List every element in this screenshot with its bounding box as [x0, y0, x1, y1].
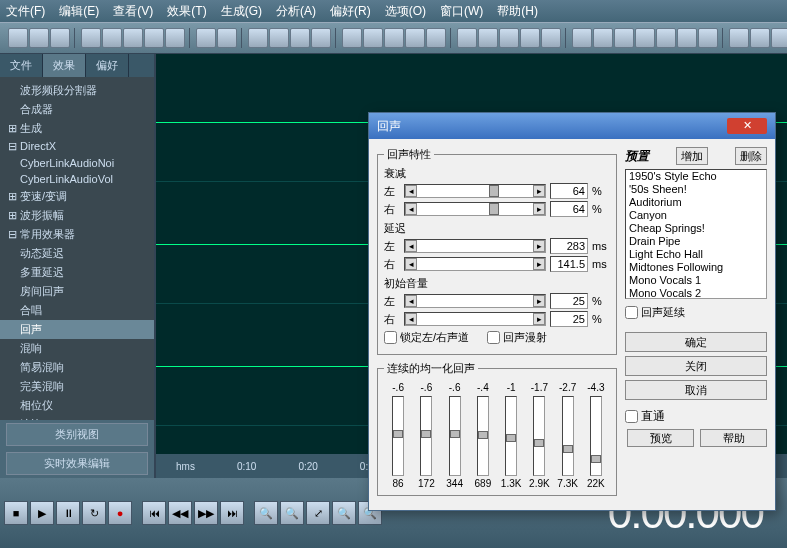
record-button[interactable]: ● — [108, 501, 132, 525]
toolbar-btn[interactable] — [8, 28, 28, 48]
menu-item[interactable]: 查看(V) — [113, 3, 153, 20]
tree-item[interactable]: 合唱 — [0, 301, 154, 320]
delay-left-slider[interactable]: ◂▸ — [404, 239, 546, 253]
preset-item[interactable]: Auditorium — [626, 196, 766, 209]
preset-item[interactable]: Midtones Following — [626, 261, 766, 274]
tree-item[interactable]: 回声 — [0, 320, 154, 339]
pause-button[interactable]: ⏸ — [56, 501, 80, 525]
diffuse-checkbox[interactable]: 回声漫射 — [487, 330, 547, 345]
loop-button[interactable]: ↻ — [82, 501, 106, 525]
delay-right-slider[interactable]: ◂▸ — [404, 257, 546, 271]
tree-item[interactable]: 合成器 — [0, 100, 154, 119]
zoom-fit-button[interactable]: ⤢ — [306, 501, 330, 525]
toolbar-btn[interactable] — [729, 28, 749, 48]
delete-preset-button[interactable]: 删除 — [735, 147, 767, 165]
add-preset-button[interactable]: 增加 — [676, 147, 708, 165]
atten-right-value[interactable]: 64 — [550, 201, 588, 217]
eq-slider[interactable] — [477, 396, 489, 476]
zoom-out-button[interactable]: 🔍 — [280, 501, 304, 525]
skip-end-button[interactable]: ⏭ — [220, 501, 244, 525]
toolbar-btn[interactable] — [102, 28, 122, 48]
menu-item[interactable]: 帮助(H) — [497, 3, 538, 20]
toolbar-btn[interactable] — [572, 28, 592, 48]
toolbar-btn[interactable] — [457, 28, 477, 48]
toolbar-btn[interactable] — [656, 28, 676, 48]
passthrough-checkbox[interactable]: 直通 — [625, 408, 665, 425]
eq-slider[interactable] — [505, 396, 517, 476]
toolbar-btn[interactable] — [384, 28, 404, 48]
tree-item[interactable]: 动态延迟 — [0, 244, 154, 263]
forward-button[interactable]: ▶▶ — [194, 501, 218, 525]
preset-item[interactable]: Drain Pipe — [626, 235, 766, 248]
menu-item[interactable]: 偏好(R) — [330, 3, 371, 20]
toolbar-btn[interactable] — [635, 28, 655, 48]
preset-item[interactable]: Light Echo Hall — [626, 248, 766, 261]
toolbar-btn[interactable] — [165, 28, 185, 48]
eq-slider[interactable] — [533, 396, 545, 476]
toolbar-btn[interactable] — [29, 28, 49, 48]
toolbar-btn[interactable] — [750, 28, 770, 48]
preset-item[interactable]: Canyon — [626, 209, 766, 222]
toolbar-btn[interactable] — [248, 28, 268, 48]
preset-item[interactable]: Mono Vocals 1 — [626, 274, 766, 287]
preset-item[interactable]: 1950's Style Echo — [626, 170, 766, 183]
eq-slider[interactable] — [449, 396, 461, 476]
toolbar-btn[interactable] — [593, 28, 613, 48]
toolbar-btn[interactable] — [478, 28, 498, 48]
sidebar-tab[interactable]: 偏好 — [86, 54, 129, 77]
eq-slider[interactable] — [420, 396, 432, 476]
delay-right-value[interactable]: 141.5 — [550, 256, 588, 272]
ok-button[interactable]: 确定 — [625, 332, 767, 352]
tree-item[interactable]: 镶边 — [0, 415, 154, 420]
sidebar-tab[interactable]: 文件 — [0, 54, 43, 77]
menu-item[interactable]: 生成(G) — [221, 3, 262, 20]
init-right-slider[interactable]: ◂▸ — [404, 312, 546, 326]
toolbar-btn[interactable] — [123, 28, 143, 48]
rewind-button[interactable]: ◀◀ — [168, 501, 192, 525]
toolbar-btn[interactable] — [426, 28, 446, 48]
toolbar-btn[interactable] — [342, 28, 362, 48]
atten-left-value[interactable]: 64 — [550, 183, 588, 199]
toolbar-btn[interactable] — [771, 28, 787, 48]
sidebar-tab[interactable]: 效果 — [43, 54, 86, 77]
menu-item[interactable]: 文件(F) — [6, 3, 45, 20]
tree-item[interactable]: ⊞ 生成 — [0, 119, 154, 138]
play-button[interactable]: ▶ — [30, 501, 54, 525]
category-view-button[interactable]: 类别视图 — [6, 423, 148, 446]
effects-tree[interactable]: 波形频段分割器合成器⊞ 生成⊟ DirectXCyberLinkAudioNoi… — [0, 77, 154, 420]
toolbar-btn[interactable] — [520, 28, 540, 48]
echo-continue-checkbox[interactable]: 回声延续 — [625, 305, 767, 320]
tree-item[interactable]: CyberLinkAudioVol — [0, 171, 154, 187]
tree-item[interactable]: CyberLinkAudioNoi — [0, 155, 154, 171]
toolbar-btn[interactable] — [541, 28, 561, 48]
tree-item[interactable]: 相位仪 — [0, 396, 154, 415]
tree-item[interactable]: 混响 — [0, 339, 154, 358]
eq-slider[interactable] — [590, 396, 602, 476]
atten-right-slider[interactable]: ◂▸ — [404, 202, 546, 216]
toolbar-btn[interactable] — [269, 28, 289, 48]
zoom-sel-button[interactable]: 🔍 — [332, 501, 356, 525]
tree-item[interactable]: ⊞ 变速/变调 — [0, 187, 154, 206]
init-right-value[interactable]: 25 — [550, 311, 588, 327]
stop-button[interactable]: ■ — [4, 501, 28, 525]
toolbar-btn[interactable] — [405, 28, 425, 48]
init-left-slider[interactable]: ◂▸ — [404, 294, 546, 308]
menu-item[interactable]: 窗口(W) — [440, 3, 483, 20]
delay-left-value[interactable]: 283 — [550, 238, 588, 254]
tree-item[interactable]: 完美混响 — [0, 377, 154, 396]
eq-slider[interactable] — [562, 396, 574, 476]
tree-item[interactable]: 波形频段分割器 — [0, 81, 154, 100]
init-left-value[interactable]: 25 — [550, 293, 588, 309]
eq-slider[interactable] — [392, 396, 404, 476]
toolbar-btn[interactable] — [50, 28, 70, 48]
close-button[interactable]: 关闭 — [625, 356, 767, 376]
realtime-edit-button[interactable]: 实时效果编辑 — [6, 452, 148, 475]
toolbar-btn[interactable] — [677, 28, 697, 48]
toolbar-btn[interactable] — [698, 28, 718, 48]
toolbar-btn[interactable] — [290, 28, 310, 48]
menu-item[interactable]: 编辑(E) — [59, 3, 99, 20]
skip-start-button[interactable]: ⏮ — [142, 501, 166, 525]
dialog-titlebar[interactable]: 回声 ✕ — [369, 113, 775, 139]
toolbar-btn[interactable] — [81, 28, 101, 48]
close-icon[interactable]: ✕ — [727, 118, 767, 134]
